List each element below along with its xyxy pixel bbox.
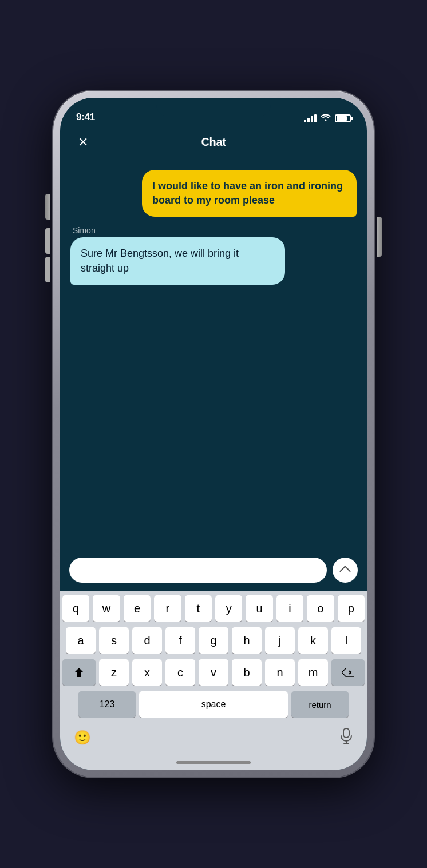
key-b[interactable]: b: [232, 659, 262, 686]
key-u[interactable]: u: [246, 595, 272, 622]
phone-screen: 9:41: [60, 98, 367, 770]
signal-icon: [304, 114, 317, 122]
key-r[interactable]: r: [154, 595, 181, 622]
message-input[interactable]: [69, 558, 327, 583]
key-p[interactable]: p: [338, 595, 365, 622]
key-l[interactable]: l: [331, 627, 361, 654]
key-w[interactable]: w: [93, 595, 120, 622]
send-icon: [339, 566, 351, 577]
keyboard-row-3: z x c v b n m: [62, 659, 365, 686]
header-title: Chat: [201, 136, 226, 149]
svg-rect-0: [343, 728, 349, 738]
chat-area: I would like to have an iron and ironing…: [60, 158, 367, 551]
key-m[interactable]: m: [298, 659, 328, 686]
key-k[interactable]: k: [298, 627, 328, 654]
key-h[interactable]: h: [232, 627, 262, 654]
keyboard: q w e r t y u i o p a s d f g: [60, 591, 367, 726]
key-g[interactable]: g: [199, 627, 228, 654]
numbers-key[interactable]: 123: [78, 691, 136, 718]
key-a[interactable]: a: [66, 627, 96, 654]
key-t[interactable]: t: [185, 595, 212, 622]
message-incoming: Simon Sure Mr Bengtsson, we will bring i…: [70, 226, 357, 284]
key-j[interactable]: j: [265, 627, 295, 654]
key-v[interactable]: v: [199, 659, 228, 686]
status-time: 9:41: [76, 112, 95, 123]
phone-frame: 9:41: [53, 91, 374, 777]
battery-icon: [335, 114, 351, 122]
shift-key[interactable]: [62, 659, 96, 686]
message-outgoing: I would like to have an iron and ironing…: [70, 170, 357, 217]
wifi-icon: [321, 113, 331, 123]
key-q[interactable]: q: [62, 595, 89, 622]
key-z[interactable]: z: [99, 659, 129, 686]
status-icons: [304, 113, 351, 123]
input-area: [60, 551, 367, 591]
keyboard-row-2: a s d f g h j k l: [62, 627, 365, 654]
space-key[interactable]: space: [139, 691, 288, 718]
key-o[interactable]: o: [307, 595, 334, 622]
key-x[interactable]: x: [132, 659, 162, 686]
bubble-incoming: Sure Mr Bengtsson, we will bring it stra…: [70, 237, 285, 284]
phone-wrapper: 9:41: [0, 0, 427, 868]
home-indicator: [60, 754, 367, 770]
close-icon: ✕: [78, 136, 88, 149]
emoji-icon[interactable]: 🙂: [74, 730, 91, 746]
key-n[interactable]: n: [265, 659, 295, 686]
keyboard-row-1: q w e r t y u i o p: [62, 595, 365, 622]
key-i[interactable]: i: [276, 595, 303, 622]
message-text-incoming: Sure Mr Bengtsson, we will bring it stra…: [81, 248, 239, 273]
keyboard-row-bottom: 123 space return: [62, 691, 365, 718]
microphone-icon[interactable]: [339, 728, 353, 747]
chat-header: ✕ Chat: [60, 126, 367, 158]
sender-name: Simon: [73, 226, 96, 235]
key-s[interactable]: s: [99, 627, 129, 654]
key-c[interactable]: c: [165, 659, 195, 686]
close-button[interactable]: ✕: [73, 132, 93, 153]
return-key[interactable]: return: [291, 691, 349, 718]
home-bar: [176, 761, 251, 764]
key-y[interactable]: y: [215, 595, 242, 622]
notch: [156, 98, 271, 116]
bubble-outgoing: I would like to have an iron and ironing…: [142, 170, 357, 217]
send-button[interactable]: [333, 558, 358, 583]
key-e[interactable]: e: [124, 595, 151, 622]
delete-key[interactable]: [331, 659, 365, 686]
key-f[interactable]: f: [165, 627, 195, 654]
key-d[interactable]: d: [132, 627, 162, 654]
message-text-outgoing: I would like to have an iron and ironing…: [152, 180, 343, 206]
keyboard-bottom-bar: 🙂: [60, 726, 367, 754]
